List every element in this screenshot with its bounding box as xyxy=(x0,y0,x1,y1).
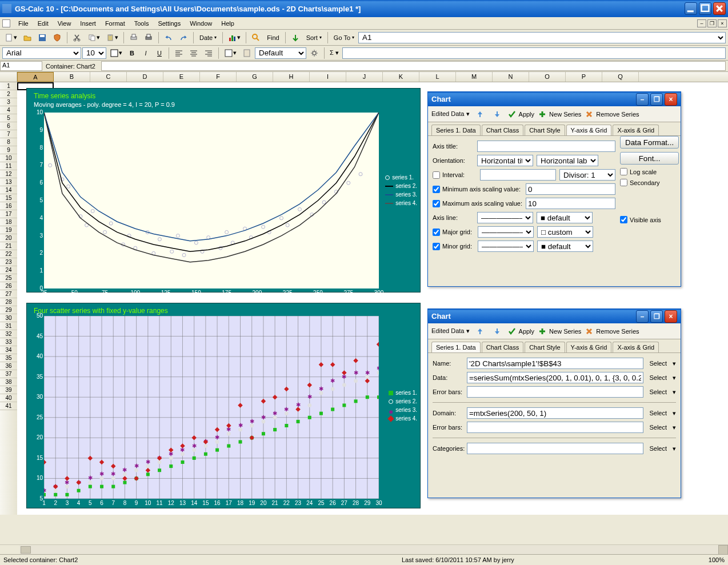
row-header[interactable]: 36 xyxy=(0,362,17,370)
tab-yaxis-grid[interactable]: Y-axis & Grid xyxy=(566,342,612,352)
col-header[interactable]: N xyxy=(493,72,529,82)
row-header[interactable]: 10 xyxy=(0,154,17,162)
tab-series-data[interactable]: Series 1. Data xyxy=(431,342,481,352)
row-header[interactable]: 17 xyxy=(0,210,17,218)
menu-tools[interactable]: Tools xyxy=(130,19,154,28)
menu-format[interactable]: Format xyxy=(101,19,130,28)
page-setup-button[interactable] xyxy=(240,47,254,59)
menu-view[interactable]: View xyxy=(53,19,76,28)
select-all-corner[interactable] xyxy=(0,72,17,82)
border-button[interactable]: ▾ xyxy=(107,47,125,59)
col-header[interactable]: A xyxy=(17,72,54,82)
major-grid-color-combo[interactable]: □ custom xyxy=(537,226,593,238)
row-header[interactable]: 16 xyxy=(0,202,17,210)
col-header[interactable]: O xyxy=(529,72,566,82)
align-center-button[interactable] xyxy=(187,47,201,59)
major-grid-style-combo[interactable]: ——————— xyxy=(478,226,534,238)
row-header[interactable]: 1 xyxy=(0,82,17,90)
down-arrow-icon[interactable] xyxy=(490,325,504,338)
sort-icon[interactable] xyxy=(289,31,302,44)
tab-chart-style[interactable]: Chart Style xyxy=(525,342,565,352)
major-grid-checkbox[interactable] xyxy=(433,229,440,236)
select-data-button[interactable]: Select xyxy=(647,374,669,381)
dialog-close-button[interactable]: × xyxy=(665,310,677,323)
new-series-button[interactable]: New Series xyxy=(538,327,581,336)
mdi-restore-button[interactable]: ❐ xyxy=(707,19,717,27)
visible-axis-checkbox[interactable] xyxy=(620,216,627,223)
log-scale-checkbox[interactable] xyxy=(620,168,627,175)
col-header[interactable]: I xyxy=(310,72,346,82)
row-header[interactable]: 2 xyxy=(0,90,17,98)
remove-series-button[interactable]: Remove Series xyxy=(585,110,639,119)
apply-button[interactable]: Apply xyxy=(507,327,535,336)
min-input[interactable] xyxy=(526,183,615,195)
gear-icon[interactable] xyxy=(307,47,321,59)
sort-button[interactable]: Sort▾ xyxy=(305,31,323,44)
mdi-close-button[interactable]: × xyxy=(718,19,727,27)
col-header[interactable]: G xyxy=(237,72,273,82)
row-header[interactable]: 23 xyxy=(0,258,17,266)
find-icon[interactable] xyxy=(249,31,263,44)
interval-checkbox[interactable] xyxy=(433,171,440,179)
align-right-button[interactable] xyxy=(202,47,215,59)
print-preview-button[interactable] xyxy=(127,31,141,44)
col-header[interactable]: L xyxy=(419,72,456,82)
row-header[interactable]: 37 xyxy=(0,370,17,378)
row-header[interactable]: 19 xyxy=(0,226,17,234)
error-bars-2-input[interactable] xyxy=(467,422,643,433)
menu-help[interactable]: Help xyxy=(217,19,239,28)
tab-chart-class[interactable]: Chart Class xyxy=(482,342,523,352)
row-header[interactable]: 27 xyxy=(0,290,17,298)
number-format-combo[interactable]: Default xyxy=(255,47,306,59)
bold-button[interactable]: B xyxy=(126,47,138,59)
font-combo[interactable]: Arial xyxy=(2,47,81,59)
col-header[interactable]: H xyxy=(273,72,310,82)
row-header[interactable]: 30 xyxy=(0,314,17,322)
row-header[interactable]: 39 xyxy=(0,386,17,394)
fill-color-button[interactable]: ▾ xyxy=(222,47,239,59)
row-header[interactable]: 4 xyxy=(0,106,17,114)
max-input[interactable] xyxy=(526,198,615,209)
maximize-button[interactable] xyxy=(699,2,711,15)
shield-icon[interactable] xyxy=(50,31,64,44)
secondary-checkbox[interactable] xyxy=(620,179,627,186)
up-arrow-icon[interactable] xyxy=(473,108,487,121)
row-header[interactable]: 35 xyxy=(0,354,17,362)
menu-window[interactable]: Window xyxy=(185,19,217,28)
dialog-minimize-button[interactable]: – xyxy=(636,310,649,323)
new-button[interactable]: ▾ xyxy=(2,31,19,44)
categories-input[interactable] xyxy=(467,443,643,454)
max-checkbox[interactable] xyxy=(433,200,440,207)
formula-input[interactable] xyxy=(342,47,726,59)
menu-insert[interactable]: Insert xyxy=(75,19,101,28)
row-header[interactable]: 5 xyxy=(0,114,17,122)
underline-button[interactable]: U xyxy=(153,47,166,59)
row-header[interactable]: 20 xyxy=(0,234,17,242)
data-input[interactable] xyxy=(467,372,643,383)
new-series-button[interactable]: New Series xyxy=(538,110,581,119)
menu-file[interactable]: File xyxy=(14,19,33,28)
row-header[interactable]: 12 xyxy=(0,170,17,178)
redo-button[interactable] xyxy=(177,31,190,44)
menu-edit[interactable]: Edit xyxy=(33,19,53,28)
row-header[interactable]: 40 xyxy=(0,394,17,402)
col-header[interactable]: K xyxy=(383,72,419,82)
tab-yaxis-grid[interactable]: Y-axis & Grid xyxy=(566,125,612,135)
select-name-button[interactable]: Select xyxy=(647,360,669,367)
chart-1[interactable]: Time series analysis Moving averages - p… xyxy=(26,88,421,292)
col-header[interactable]: P xyxy=(566,72,602,82)
row-header[interactable]: 22 xyxy=(0,250,17,258)
error-bars-input[interactable] xyxy=(467,386,643,398)
col-header[interactable]: Q xyxy=(602,72,639,82)
row-header[interactable]: 24 xyxy=(0,266,17,274)
row-header[interactable]: 18 xyxy=(0,218,17,226)
tab-chart-style[interactable]: Chart Style xyxy=(525,125,565,135)
minor-grid-checkbox[interactable] xyxy=(433,243,440,250)
min-checkbox[interactable] xyxy=(433,186,440,193)
cell-grid[interactable]: Time series analysis Moving averages - p… xyxy=(17,82,728,515)
tab-xaxis-grid[interactable]: X-axis & Grid xyxy=(613,125,659,135)
minimize-button[interactable] xyxy=(685,2,697,15)
row-header[interactable]: 14 xyxy=(0,186,17,194)
goto-button[interactable]: Go To▾ xyxy=(332,31,356,44)
find-button[interactable]: Find xyxy=(265,31,281,44)
